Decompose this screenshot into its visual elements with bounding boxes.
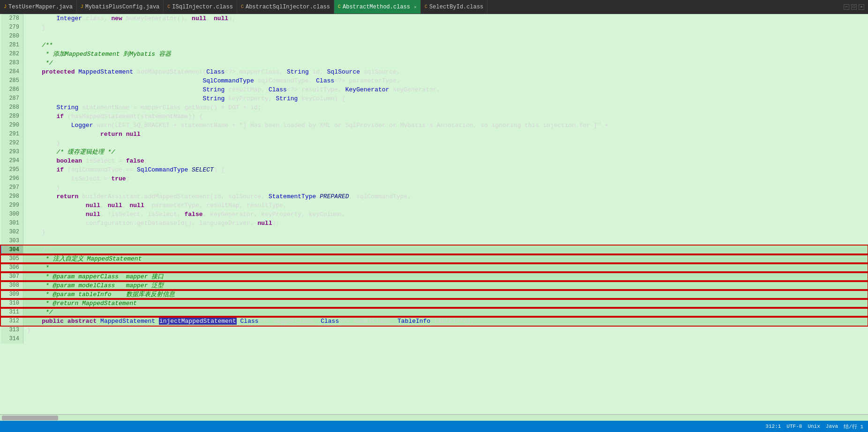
table-row: 303 <box>1 237 868 246</box>
line-number: 307 <box>1 272 23 281</box>
line-number: 285 <box>1 76 23 85</box>
line-number: 301 <box>1 219 23 228</box>
tab-label: TestUserMapper.java <box>8 4 73 10</box>
line-number: 313 <box>1 326 23 335</box>
line-number: 312 <box>1 317 23 326</box>
tab-abstractsqlinjector[interactable]: C AbstractSqlInjector.class <box>237 0 334 14</box>
code-content: public abstract MappedStatement injectMa… <box>23 317 868 326</box>
tab-isqlinjector[interactable]: C ISqlInjector.class <box>164 0 237 14</box>
table-row: 311 */ <box>1 308 868 317</box>
horizontal-scrollbar[interactable] <box>0 414 868 421</box>
code-content: } <box>23 183 868 192</box>
minimize-button[interactable]: ─ <box>844 4 849 10</box>
line-number: 296 <box>1 174 23 183</box>
code-content: configuration.getDatabaseId(), languageD… <box>23 219 868 228</box>
code-content: String statementName = mapperClass.getNa… <box>23 103 868 112</box>
table-row: 289 if (hasMappedStatement(statementName… <box>1 112 868 121</box>
line-number: 279 <box>1 23 23 32</box>
status-bar: 312:1 UTF-8 Unix Java 结/行 1 <box>0 421 868 432</box>
table-row: 301 configuration.getDatabaseId(), langu… <box>1 219 868 228</box>
tab-close-button[interactable]: ✕ <box>414 4 417 10</box>
code-content <box>23 32 868 41</box>
code-scroll-area[interactable]: 278 Integer.class, new NoKeyGenerator(),… <box>0 14 868 414</box>
line-number: 284 <box>1 67 23 76</box>
line-number: 280 <box>1 32 23 41</box>
editor-window: J TestUserMapper.java J MybatisPlusConfi… <box>0 0 868 432</box>
code-content: boolean isSelect = false; <box>23 156 868 165</box>
line-number: 278 <box>1 14 23 23</box>
table-row: 296 isSelect = true; <box>1 174 868 183</box>
code-content: null, null, null, parameterType, resultM… <box>23 201 868 210</box>
tab-testusermapper[interactable]: J TestUserMapper.java <box>0 0 77 14</box>
table-row: 306 * <box>1 263 868 272</box>
line-number: 302 <box>1 228 23 237</box>
table-row: 305 * 注入自定义 MappedStatement <box>1 254 868 263</box>
table-row: 314 <box>1 335 868 343</box>
code-content: isSelect = true; <box>23 174 868 183</box>
table-row: 313} <box>1 326 868 335</box>
code-content: * <box>23 263 868 272</box>
table-row: 282 * 添加MappedStatement 到Mybatis 容器 <box>1 50 868 59</box>
line-number: 314 <box>1 335 23 343</box>
class-file-icon-3: C <box>338 4 341 9</box>
code-content: String keyProperty, String keyColumn) { <box>23 94 868 103</box>
line-number: 294 <box>1 156 23 165</box>
table-row: 293 /* 缓存逻辑处理 */ <box>1 148 868 156</box>
table-row: 304 /** <box>1 246 868 254</box>
status-line-endings: Unix <box>808 424 820 429</box>
code-content: null, !isSelect, isSelect, false, keyGen… <box>23 210 868 219</box>
code-content: * 注入自定义 MappedStatement <box>23 254 868 263</box>
hscroll-thumb[interactable] <box>2 416 58 420</box>
code-content: SqlCommandType sqlCommandType, Class<?> … <box>23 76 868 85</box>
maximize-button[interactable]: □ <box>851 4 857 10</box>
class-file-icon: C <box>167 4 170 9</box>
table-row: 294 boolean isSelect = false; <box>1 156 868 165</box>
line-number: 311 <box>1 308 23 317</box>
tab-selectbyid[interactable]: C SelectById.class <box>421 0 487 14</box>
line-number: 308 <box>1 281 23 290</box>
table-row: 278 Integer.class, new NoKeyGenerator(),… <box>1 14 868 23</box>
table-row: 299 null, null, null, parameterType, res… <box>1 201 868 210</box>
close-button[interactable]: × <box>859 4 864 10</box>
line-number: 293 <box>1 148 23 156</box>
tab-abstractmethod[interactable]: C AbstractMethod.class ✕ <box>334 0 421 14</box>
class-file-icon-4: C <box>425 4 427 9</box>
code-content: * @param tableInfo 数据库表反射信息 <box>23 290 868 299</box>
tab-label: AbstractMethod.class <box>343 4 410 10</box>
java-file-icon: J <box>4 4 7 9</box>
line-number: 297 <box>1 183 23 192</box>
status-encoding: UTF-8 <box>786 424 802 429</box>
line-number: 298 <box>1 192 23 201</box>
table-row: 307 * @param mapperClass mapper 接口 <box>1 272 868 281</box>
line-number: 299 <box>1 201 23 210</box>
table-row: 302 } <box>1 228 868 237</box>
table-row: 291 return null; <box>1 130 868 139</box>
line-number: 304 <box>1 246 23 254</box>
code-content: */ <box>23 59 868 67</box>
status-position: 312:1 <box>765 424 781 429</box>
line-number: 292 <box>1 139 23 148</box>
code-table: 278 Integer.class, new NoKeyGenerator(),… <box>0 14 868 343</box>
class-file-icon-2: C <box>241 4 244 9</box>
table-row: 310 * @return MappedStatement <box>1 299 868 308</box>
table-row: 279 } <box>1 23 868 32</box>
tab-label: ISqlInjector.class <box>172 4 233 10</box>
code-content: } <box>23 139 868 148</box>
code-content: /* 缓存逻辑处理 */ <box>23 148 868 156</box>
code-content: String resultMap, Class<?> resultType, K… <box>23 85 868 94</box>
table-row: 290 Logger.warn(LEFT_SQ_BRACKET + statem… <box>1 121 868 130</box>
table-row: 297 } <box>1 183 868 192</box>
code-content: Logger.warn(LEFT_SQ_BRACKET + statementN… <box>23 121 868 130</box>
status-file-type: Java <box>826 424 838 429</box>
line-number: 303 <box>1 237 23 246</box>
line-number: 305 <box>1 254 23 263</box>
table-row: 295 if (sqlCommandType == SqlCommandType… <box>1 165 868 174</box>
code-content: * @param modelClass mapper 泛型 <box>23 281 868 290</box>
code-content: } <box>23 326 868 335</box>
tab-mybatisplusconfig[interactable]: J MybatisPlusConfig.java <box>77 0 164 14</box>
line-number: 310 <box>1 299 23 308</box>
code-content: * @return MappedStatement <box>23 299 868 308</box>
line-number: 306 <box>1 263 23 272</box>
line-number: 288 <box>1 103 23 112</box>
code-content: } <box>23 23 868 32</box>
